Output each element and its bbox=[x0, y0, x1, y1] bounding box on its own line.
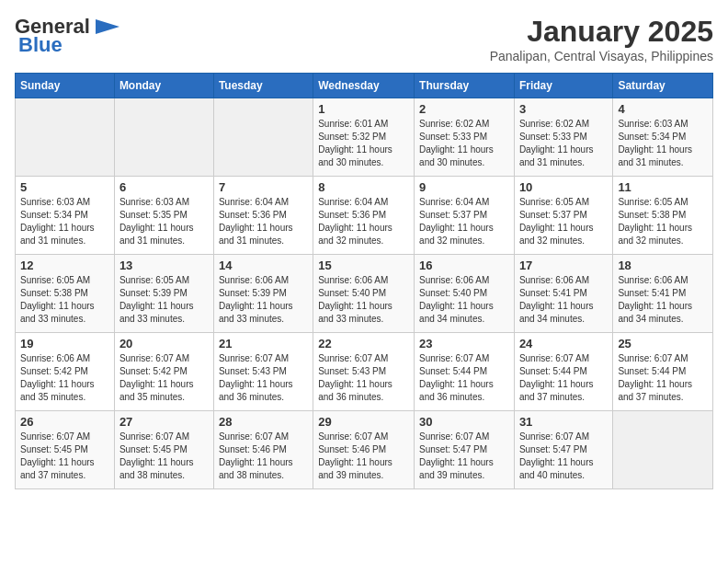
calendar-cell: 5Sunrise: 6:03 AM Sunset: 5:34 PM Daylig… bbox=[16, 177, 115, 255]
calendar-cell: 16Sunrise: 6:06 AM Sunset: 5:40 PM Dayli… bbox=[415, 255, 515, 333]
calendar-cell: 24Sunrise: 6:07 AM Sunset: 5:44 PM Dayli… bbox=[514, 333, 612, 411]
day-number: 16 bbox=[419, 259, 509, 272]
day-number: 12 bbox=[20, 259, 109, 272]
calendar-cell: 27Sunrise: 6:07 AM Sunset: 5:45 PM Dayli… bbox=[114, 411, 213, 489]
day-info: Sunrise: 6:07 AM Sunset: 5:45 PM Dayligh… bbox=[20, 431, 109, 482]
weekday-header: Tuesday bbox=[213, 74, 313, 98]
day-info: Sunrise: 6:06 AM Sunset: 5:41 PM Dayligh… bbox=[519, 274, 608, 326]
title-block: January 2025 Panalipan, Central Visayas,… bbox=[490, 15, 713, 63]
day-number: 23 bbox=[419, 337, 509, 350]
calendar-cell: 7Sunrise: 6:04 AM Sunset: 5:36 PM Daylig… bbox=[213, 177, 313, 255]
day-number: 3 bbox=[519, 102, 608, 116]
calendar-cell: 18Sunrise: 6:06 AM Sunset: 5:41 PM Dayli… bbox=[613, 255, 713, 333]
month-title: January 2025 bbox=[490, 15, 713, 49]
calendar-header: SundayMondayTuesdayWednesdayThursdayFrid… bbox=[16, 74, 713, 98]
day-number: 25 bbox=[618, 337, 708, 350]
calendar-week-row: 12Sunrise: 6:05 AM Sunset: 5:38 PM Dayli… bbox=[16, 255, 713, 333]
day-number: 20 bbox=[119, 337, 209, 350]
day-number: 9 bbox=[419, 180, 509, 194]
calendar-cell: 1Sunrise: 6:01 AM Sunset: 5:32 PM Daylig… bbox=[313, 98, 415, 177]
day-info: Sunrise: 6:03 AM Sunset: 5:34 PM Dayligh… bbox=[618, 118, 708, 169]
day-info: Sunrise: 6:07 AM Sunset: 5:43 PM Dayligh… bbox=[318, 352, 409, 404]
calendar-table: SundayMondayTuesdayWednesdayThursdayFrid… bbox=[15, 73, 713, 489]
day-info: Sunrise: 6:07 AM Sunset: 5:46 PM Dayligh… bbox=[318, 431, 409, 482]
svg-marker-0 bbox=[96, 19, 119, 34]
day-info: Sunrise: 6:06 AM Sunset: 5:41 PM Dayligh… bbox=[618, 274, 708, 326]
calendar-cell: 21Sunrise: 6:07 AM Sunset: 5:43 PM Dayli… bbox=[213, 333, 313, 411]
weekday-header: Monday bbox=[114, 74, 213, 98]
calendar-cell: 3Sunrise: 6:02 AM Sunset: 5:33 PM Daylig… bbox=[514, 98, 612, 177]
day-info: Sunrise: 6:07 AM Sunset: 5:44 PM Dayligh… bbox=[419, 352, 509, 404]
weekday-header: Sunday bbox=[16, 74, 115, 98]
page-header: General Blue January 2025 Panalipan, Cen… bbox=[15, 15, 713, 63]
day-info: Sunrise: 6:06 AM Sunset: 5:40 PM Dayligh… bbox=[419, 274, 509, 326]
calendar-cell: 14Sunrise: 6:06 AM Sunset: 5:39 PM Dayli… bbox=[213, 255, 313, 333]
calendar-cell: 8Sunrise: 6:04 AM Sunset: 5:36 PM Daylig… bbox=[313, 177, 415, 255]
day-number: 2 bbox=[419, 102, 509, 116]
day-info: Sunrise: 6:05 AM Sunset: 5:37 PM Dayligh… bbox=[519, 196, 608, 247]
day-number: 6 bbox=[119, 180, 209, 194]
calendar-cell: 17Sunrise: 6:06 AM Sunset: 5:41 PM Dayli… bbox=[514, 255, 612, 333]
day-number: 11 bbox=[618, 180, 708, 194]
calendar-body: 1Sunrise: 6:01 AM Sunset: 5:32 PM Daylig… bbox=[16, 98, 713, 489]
calendar-cell bbox=[613, 411, 713, 489]
weekday-row: SundayMondayTuesdayWednesdayThursdayFrid… bbox=[16, 74, 713, 98]
calendar-week-row: 26Sunrise: 6:07 AM Sunset: 5:45 PM Dayli… bbox=[16, 411, 713, 489]
day-number: 28 bbox=[219, 415, 308, 429]
day-info: Sunrise: 6:01 AM Sunset: 5:32 PM Dayligh… bbox=[318, 118, 409, 169]
day-number: 10 bbox=[519, 180, 608, 194]
day-number: 29 bbox=[318, 415, 409, 429]
weekday-header: Wednesday bbox=[313, 74, 415, 98]
weekday-header: Thursday bbox=[415, 74, 515, 98]
day-number: 30 bbox=[419, 415, 509, 429]
day-info: Sunrise: 6:03 AM Sunset: 5:34 PM Dayligh… bbox=[20, 196, 109, 247]
day-number: 24 bbox=[519, 337, 608, 350]
calendar-cell: 19Sunrise: 6:06 AM Sunset: 5:42 PM Dayli… bbox=[16, 333, 115, 411]
day-info: Sunrise: 6:05 AM Sunset: 5:38 PM Dayligh… bbox=[618, 196, 708, 247]
calendar-cell: 4Sunrise: 6:03 AM Sunset: 5:34 PM Daylig… bbox=[613, 98, 713, 177]
day-info: Sunrise: 6:02 AM Sunset: 5:33 PM Dayligh… bbox=[419, 118, 509, 169]
location: Panalipan, Central Visayas, Philippines bbox=[490, 49, 713, 63]
calendar-cell: 23Sunrise: 6:07 AM Sunset: 5:44 PM Dayli… bbox=[415, 333, 515, 411]
day-number: 15 bbox=[318, 259, 409, 272]
calendar-cell: 25Sunrise: 6:07 AM Sunset: 5:44 PM Dayli… bbox=[613, 333, 713, 411]
calendar-cell: 30Sunrise: 6:07 AM Sunset: 5:47 PM Dayli… bbox=[415, 411, 515, 489]
day-number: 22 bbox=[318, 337, 409, 350]
calendar-cell bbox=[16, 98, 115, 177]
logo: General Blue bbox=[15, 15, 121, 57]
day-number: 5 bbox=[20, 180, 109, 194]
calendar-cell: 6Sunrise: 6:03 AM Sunset: 5:35 PM Daylig… bbox=[114, 177, 213, 255]
day-info: Sunrise: 6:04 AM Sunset: 5:37 PM Dayligh… bbox=[419, 196, 509, 247]
day-number: 4 bbox=[618, 102, 708, 116]
day-info: Sunrise: 6:07 AM Sunset: 5:47 PM Dayligh… bbox=[519, 431, 608, 482]
day-info: Sunrise: 6:03 AM Sunset: 5:35 PM Dayligh… bbox=[119, 196, 209, 247]
calendar-week-row: 19Sunrise: 6:06 AM Sunset: 5:42 PM Dayli… bbox=[16, 333, 713, 411]
calendar-week-row: 1Sunrise: 6:01 AM Sunset: 5:32 PM Daylig… bbox=[16, 98, 713, 177]
calendar-cell: 22Sunrise: 6:07 AM Sunset: 5:43 PM Dayli… bbox=[313, 333, 415, 411]
calendar-cell: 11Sunrise: 6:05 AM Sunset: 5:38 PM Dayli… bbox=[613, 177, 713, 255]
day-number: 1 bbox=[318, 102, 409, 116]
calendar-cell: 2Sunrise: 6:02 AM Sunset: 5:33 PM Daylig… bbox=[415, 98, 515, 177]
weekday-header: Saturday bbox=[613, 74, 713, 98]
day-number: 17 bbox=[519, 259, 608, 272]
calendar-cell bbox=[213, 98, 313, 177]
calendar-cell: 29Sunrise: 6:07 AM Sunset: 5:46 PM Dayli… bbox=[313, 411, 415, 489]
day-info: Sunrise: 6:06 AM Sunset: 5:40 PM Dayligh… bbox=[318, 274, 409, 326]
day-number: 18 bbox=[618, 259, 708, 272]
weekday-header: Friday bbox=[514, 74, 612, 98]
calendar-week-row: 5Sunrise: 6:03 AM Sunset: 5:34 PM Daylig… bbox=[16, 177, 713, 255]
calendar-cell: 9Sunrise: 6:04 AM Sunset: 5:37 PM Daylig… bbox=[415, 177, 515, 255]
calendar-cell: 13Sunrise: 6:05 AM Sunset: 5:39 PM Dayli… bbox=[114, 255, 213, 333]
day-number: 19 bbox=[20, 337, 109, 350]
day-number: 26 bbox=[20, 415, 109, 429]
day-number: 14 bbox=[219, 259, 308, 272]
calendar-cell bbox=[114, 98, 213, 177]
logo-blue: Blue bbox=[18, 33, 63, 57]
day-info: Sunrise: 6:06 AM Sunset: 5:39 PM Dayligh… bbox=[219, 274, 308, 326]
day-info: Sunrise: 6:04 AM Sunset: 5:36 PM Dayligh… bbox=[219, 196, 308, 247]
day-info: Sunrise: 6:07 AM Sunset: 5:46 PM Dayligh… bbox=[219, 431, 308, 482]
day-info: Sunrise: 6:02 AM Sunset: 5:33 PM Dayligh… bbox=[519, 118, 608, 169]
day-number: 7 bbox=[219, 180, 308, 194]
calendar-cell: 31Sunrise: 6:07 AM Sunset: 5:47 PM Dayli… bbox=[514, 411, 612, 489]
logo-flag-icon bbox=[94, 17, 121, 36]
